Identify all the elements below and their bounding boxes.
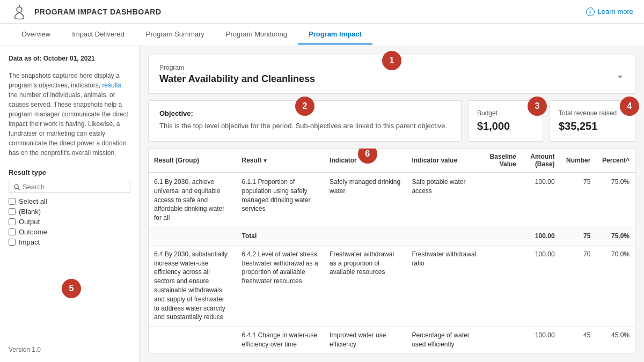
output-checkbox[interactable]: Output xyxy=(9,218,130,226)
app-title: PROGRAM IMPACT DASHBOARD xyxy=(34,8,162,16)
badge-4: 4 xyxy=(620,97,639,116)
search-box[interactable] xyxy=(9,181,130,193)
search-icon xyxy=(13,183,20,191)
blank-check[interactable] xyxy=(9,208,16,215)
results-table-card: 6 Result (Group) Result ▼ Indicator xyxy=(148,148,635,353)
main-layout: Data as of: October 01, 2021 The snapsho… xyxy=(0,46,644,362)
data-as-of: Data as of: October 01, 2021 xyxy=(9,55,130,62)
cell-total-1-percent: 75.0% xyxy=(596,227,635,245)
program-expand-icon[interactable]: ⌄ xyxy=(616,69,624,80)
table-row-total-1: Total 100.00 75 75.0% xyxy=(149,227,635,245)
header-left: PROGRAM IMPACT DASHBOARD xyxy=(11,3,162,20)
col-header-amount: Amount (Base) xyxy=(522,149,560,173)
cell-total-1-amount: 100.00 xyxy=(522,227,560,245)
cell-result-4: 6.4.1 Change in water-use efficiency ove… xyxy=(237,327,325,353)
cell-amount-1: 100.00 xyxy=(522,173,560,227)
sort-result-icon: ▼ xyxy=(262,158,268,164)
cell-amount-4: 100.00 xyxy=(522,327,560,353)
badge-2: 2 xyxy=(295,97,314,116)
cell-baseline-1 xyxy=(483,173,522,227)
table-row: 6.4 By 2030, substantially increase wate… xyxy=(149,245,635,326)
cell-percent-3: 70.0% xyxy=(596,245,635,326)
revenue-card: Total revenue raised $35,251 4 xyxy=(550,100,635,142)
sidebar-description: The snapshots captured here display a pr… xyxy=(9,71,130,158)
blank-checkbox[interactable]: (Blank) xyxy=(9,208,130,216)
revenue-label: Total revenue raised xyxy=(559,109,626,117)
cell-indval-3: Freshwater withdrawal ratio xyxy=(406,245,483,326)
badge-5: 5 xyxy=(62,279,81,298)
sort-percent-icon[interactable]: ^ xyxy=(626,157,630,164)
objective-text: This is the top level objective for the … xyxy=(159,121,450,131)
nav-tabs: Overview Impact Delivered Program Summar… xyxy=(0,24,644,46)
tab-program-monitoring[interactable]: Program Monitoring xyxy=(215,25,298,45)
impact-check[interactable] xyxy=(9,239,16,246)
cell-indval-1: Safe potable water access xyxy=(406,173,483,227)
tab-program-impact[interactable]: Program Impact xyxy=(298,25,372,45)
col-header-number: Number xyxy=(560,149,596,173)
cell-amount-3: 100.00 xyxy=(522,245,560,326)
version-label: Version 1.0 xyxy=(9,342,130,353)
output-label: Output xyxy=(19,218,40,226)
cell-group-1: 6.1 By 2030, achieve universal and equit… xyxy=(149,173,237,227)
outcome-checkbox[interactable]: Outcome xyxy=(9,228,130,236)
impact-checkbox[interactable]: Impact xyxy=(9,238,130,246)
tab-overview[interactable]: Overview xyxy=(11,25,61,45)
col-header-result[interactable]: Result ▼ xyxy=(237,149,325,173)
output-check[interactable] xyxy=(9,218,16,225)
col-header-group: Result (Group) xyxy=(149,149,237,173)
obj-budget-row: Objective: This is the top level objecti… xyxy=(148,100,635,142)
cell-number-3: 70 xyxy=(560,245,596,326)
header: PROGRAM IMPACT DASHBOARD i Learn more xyxy=(0,0,644,24)
result-type-label: Result type xyxy=(9,168,130,176)
col-header-percent: Percent ^ xyxy=(596,149,635,173)
blank-label: (Blank) xyxy=(19,208,41,216)
learn-more-label: Learn more xyxy=(598,8,633,16)
cell-total-1-number: 75 xyxy=(560,227,596,245)
select-all-check[interactable] xyxy=(9,198,16,205)
cell-total-1-label: Total xyxy=(237,227,325,245)
table-row: 6.4.1 Change in water-use efficiency ove… xyxy=(149,327,635,353)
svg-point-0 xyxy=(17,7,22,12)
cell-indval-4: Percentage of water used efficiently xyxy=(406,327,483,353)
search-input[interactable] xyxy=(23,183,126,191)
svg-line-3 xyxy=(18,188,20,190)
tab-impact-delivered[interactable]: Impact Delivered xyxy=(61,25,135,45)
badge-3: 3 xyxy=(528,97,547,116)
revenue-value: $35,251 xyxy=(559,120,626,132)
cell-indicator-3: Freshwater withdrawal as a proportion of… xyxy=(324,245,406,326)
info-icon: i xyxy=(586,8,595,16)
objective-card: Objective: This is the top level objecti… xyxy=(148,100,462,142)
program-card: Program Water Availability and Cleanline… xyxy=(148,55,635,94)
col-header-indicator-value: Indicator value xyxy=(406,149,483,173)
outcome-check[interactable] xyxy=(9,228,16,235)
logo-icon xyxy=(11,3,28,20)
budget-value: $1,000 xyxy=(477,120,534,132)
cell-result-3: 6.4.2 Level of water stress: freshwater … xyxy=(237,245,325,326)
sidebar: Data as of: October 01, 2021 The snapsho… xyxy=(0,46,140,362)
results-table: Result (Group) Result ▼ Indicator Indica… xyxy=(149,149,635,353)
select-all-label: Select all xyxy=(19,197,47,205)
svg-point-2 xyxy=(14,184,18,188)
program-name: Water Availability and Cleanliness xyxy=(159,73,624,85)
outcome-label: Outcome xyxy=(19,228,47,236)
cell-indicator-1: Safely managed drinking water xyxy=(324,173,406,227)
cell-percent-1: 75.0% xyxy=(596,173,635,227)
budget-label: Budget xyxy=(477,109,534,117)
cell-group-3: 6.4 By 2030, substantially increase wate… xyxy=(149,245,237,326)
badge-1: 1 xyxy=(382,51,401,70)
learn-more-link[interactable]: i Learn more xyxy=(586,8,633,16)
budget-card: Budget $1,000 3 xyxy=(468,100,543,142)
select-all-checkbox[interactable]: Select all xyxy=(9,197,130,205)
impact-label: Impact xyxy=(19,238,40,246)
cell-number-4: 45 xyxy=(560,327,596,353)
cell-percent-4: 45.0% xyxy=(596,327,635,353)
col-header-baseline: Baseline Value xyxy=(483,149,522,173)
cell-result-1: 6.1.1 Proportion of population using saf… xyxy=(237,173,325,227)
cell-indicator-4: Improved water use efficiency xyxy=(324,327,406,353)
main-content: Program Water Availability and Cleanline… xyxy=(140,46,644,362)
cell-number-1: 75 xyxy=(560,173,596,227)
tab-program-summary[interactable]: Program Summary xyxy=(135,25,215,45)
result-type-section: Result type Select all (Blank) Output xyxy=(9,168,130,248)
table-row: 6.1 By 2030, achieve universal and equit… xyxy=(149,173,635,227)
